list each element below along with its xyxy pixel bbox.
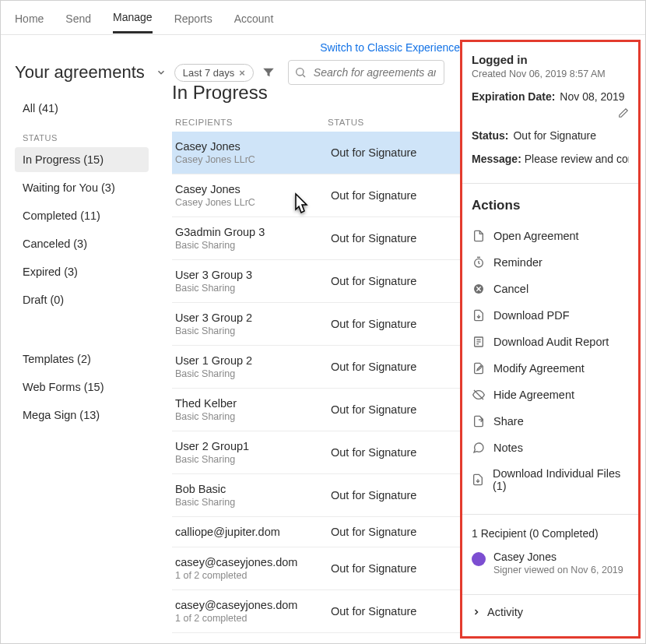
table-row[interactable]: Casey JonesCasey Jones LLrCOut for Signa… xyxy=(172,174,460,217)
table-row[interactable]: Bob BasicBasic SharingOut for Signature xyxy=(172,474,460,517)
sidebar-item-web-forms[interactable]: Web Forms (15) xyxy=(15,375,149,399)
nav-send[interactable]: Send xyxy=(65,3,91,33)
share-icon xyxy=(472,414,486,428)
svg-point-7 xyxy=(297,69,304,76)
row-status: Out for Signature xyxy=(331,232,457,245)
notes-icon xyxy=(472,441,486,455)
sidebar-item-draft[interactable]: Draft (0) xyxy=(15,287,149,312)
details-panel: Logged in Created Nov 06, 2019 8:57 AM E… xyxy=(460,40,641,639)
sidebar-item-completed[interactable]: Completed (11) xyxy=(15,203,149,228)
sidebar-item-expired[interactable]: Expired (3) xyxy=(15,259,149,284)
recipient-sub: Basic Sharing xyxy=(175,326,331,336)
chevron-down-icon[interactable] xyxy=(156,67,167,78)
action-reminder[interactable]: Reminder xyxy=(472,249,629,276)
action-hide-agreement[interactable]: Hide Agreement xyxy=(472,382,629,408)
actions-header: Actions xyxy=(472,198,629,213)
document-icon xyxy=(472,229,486,243)
clock-icon xyxy=(472,255,486,269)
modify-icon xyxy=(472,361,486,375)
edit-icon[interactable] xyxy=(618,107,629,118)
recipient-sub: Basic Sharing xyxy=(175,283,331,294)
action-download-pdf[interactable]: Download PDF xyxy=(472,302,629,329)
table-row[interactable]: Thed KelberBasic SharingOut for Signatur… xyxy=(172,389,460,431)
row-status: Out for Signature xyxy=(331,642,457,643)
recipient-sub: Basic Sharing xyxy=(175,368,331,379)
recipient-sub: Casey Jones LLrC xyxy=(175,197,331,208)
action-open-agreement[interactable]: Open Agreement xyxy=(472,223,629,249)
svg-line-8 xyxy=(303,75,305,77)
expiration-label: Expiration Date: xyxy=(472,90,555,103)
table-row[interactable]: User 1 Group 2Basic SharingOut for Signa… xyxy=(172,346,460,389)
row-status: Out for Signature xyxy=(331,489,457,501)
recipient-sub: Basic Sharing xyxy=(175,497,331,508)
action-label: Notes xyxy=(493,442,523,454)
filter-icon[interactable] xyxy=(262,65,276,79)
table-row[interactable]: G3admin Group 3Basic SharingOut for Sign… xyxy=(172,217,460,260)
sidebar-item-templates[interactable]: Templates (2) xyxy=(15,347,149,371)
table-row[interactable]: User 3 Group 2Basic SharingOut for Signa… xyxy=(172,303,460,346)
sidebar: All (41) STATUS In Progress (15) Waiting… xyxy=(1,35,155,643)
recipient-name: Bob Basic xyxy=(175,483,331,495)
row-status: Out for Signature xyxy=(331,189,457,202)
action-download-audit-report[interactable]: Download Audit Report xyxy=(472,329,629,355)
divider xyxy=(462,183,638,184)
recipient-sub: 1 of 2 completed xyxy=(175,570,331,581)
action-notes[interactable]: Notes xyxy=(472,435,629,461)
date-filter-chip[interactable]: Last 7 days × xyxy=(174,64,254,82)
recipients-header: 1 Recipient (0 Completed) xyxy=(472,527,629,540)
action-modify-agreement[interactable]: Modify Agreement xyxy=(472,355,629,382)
nav-account[interactable]: Account xyxy=(234,3,274,33)
sidebar-item-mega-sign[interactable]: Mega Sign (13) xyxy=(15,403,149,428)
sidebar-item-all[interactable]: All (41) xyxy=(15,96,149,121)
activity-toggle[interactable]: Activity xyxy=(472,595,629,618)
row-status: Out for Signature xyxy=(331,526,457,538)
sidebar-item-canceled[interactable]: Canceled (3) xyxy=(15,231,149,256)
divider xyxy=(462,514,638,515)
table-row[interactable]: casey@caseyjones.dom1 of 2 completedOut … xyxy=(172,590,460,633)
chevron-right-icon xyxy=(472,607,481,617)
table-row[interactable]: User 2 Group1Basic SharingOut for Signat… xyxy=(172,431,460,474)
nav-home[interactable]: Home xyxy=(15,3,44,33)
recipient-name: User 2 Group1 xyxy=(175,440,331,452)
top-nav: Home Send Manage Reports Account xyxy=(1,1,645,35)
action-label: Open Agreement xyxy=(493,230,579,242)
table-row[interactable]: casey@caseyjones.domOut for Signature xyxy=(172,633,460,643)
action-label: Reminder xyxy=(493,256,542,269)
sidebar-item-in-progress[interactable]: In Progress (15) xyxy=(15,147,149,172)
action-label: Share xyxy=(493,415,524,428)
recipient-row[interactable]: Casey Jones Signer viewed on Nov 6, 2019 xyxy=(472,547,629,579)
nav-reports[interactable]: Reports xyxy=(174,3,212,33)
col-recipients: RECIPIENTS xyxy=(172,118,328,127)
row-status: Out for Signature xyxy=(331,361,457,373)
action-download-individual-files-1-[interactable]: Download Individual Files (1) xyxy=(472,461,629,498)
recipient-sub: Basic Sharing xyxy=(175,240,331,251)
recipient-name: Casey Jones xyxy=(175,140,331,153)
sidebar-item-waiting[interactable]: Waiting for You (3) xyxy=(15,175,149,200)
recipient-sub: Basic Sharing xyxy=(175,454,331,465)
col-status: STATUS xyxy=(328,118,460,127)
table-row[interactable]: Casey JonesCasey Jones LLrCOut for Signa… xyxy=(172,132,460,174)
table-header: RECIPIENTS STATUS xyxy=(172,118,460,132)
recipient-name: Thed Kelber xyxy=(175,397,331,410)
activity-label: Activity xyxy=(487,606,523,618)
expiration-value: Nov 08, 2019 xyxy=(560,90,624,103)
table-row[interactable]: calliope@jupiter.domOut for Signature xyxy=(172,517,460,547)
action-label: Download Audit Report xyxy=(493,336,609,348)
close-icon[interactable]: × xyxy=(239,67,245,79)
action-label: Cancel xyxy=(493,283,528,295)
table-row[interactable]: casey@caseyjones.dom1 of 2 completedOut … xyxy=(172,547,460,590)
recipient-name: Casey Jones xyxy=(175,183,331,195)
row-status: Out for Signature xyxy=(331,146,457,159)
download-files-icon xyxy=(472,473,485,487)
message-value: Please review and complet Logged in. xyxy=(525,153,629,165)
hide-icon xyxy=(472,388,486,402)
recipient-name: User 1 Group 2 xyxy=(175,354,331,367)
recipient-name: User 3 Group 3 xyxy=(175,269,331,281)
search-input[interactable] xyxy=(288,60,444,85)
action-share[interactable]: Share xyxy=(472,408,629,435)
recipient-sub: Casey Jones LLrC xyxy=(175,154,331,165)
action-cancel[interactable]: Cancel xyxy=(472,276,629,302)
nav-manage[interactable]: Manage xyxy=(113,2,153,33)
table-row[interactable]: User 3 Group 3Basic SharingOut for Signa… xyxy=(172,260,460,303)
recipient-name: casey@caseyjones.dom xyxy=(175,556,331,568)
